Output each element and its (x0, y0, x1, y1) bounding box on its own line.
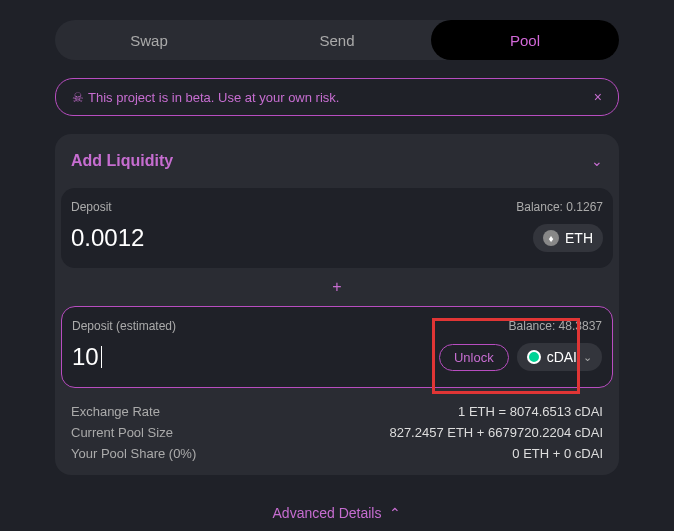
plus-icon: + (55, 268, 619, 306)
token-selector-cdai[interactable]: cDAI ⌄ (517, 343, 602, 371)
balance-2: Balance: 48.3837 (509, 319, 602, 333)
deposit-panel-2: Deposit (estimated) Balance: 48.3837 10 … (61, 306, 613, 388)
deposit-label: Deposit (71, 200, 112, 214)
chevron-down-icon: ⌄ (583, 351, 592, 364)
pool-size-value: 827.2457 ETH + 6679720.2204 cDAI (389, 425, 603, 440)
token-name-cdai: cDAI (547, 349, 577, 365)
tab-swap[interactable]: Swap (55, 20, 243, 60)
exchange-rate-value: 1 ETH = 8074.6513 cDAI (458, 404, 603, 419)
chevron-down-icon[interactable]: ⌄ (591, 153, 603, 169)
skull-icon: ☠ (72, 90, 84, 105)
token-selector-eth[interactable]: ♦ ETH (533, 224, 603, 252)
main-tabs: Swap Send Pool (55, 20, 619, 60)
amount-input-2[interactable]: 10 (72, 343, 102, 371)
card-title: Add Liquidity (71, 152, 173, 170)
exchange-rate-label: Exchange Rate (71, 404, 160, 419)
pool-share-value: 0 ETH + 0 cDAI (512, 446, 603, 461)
liquidity-card: Add Liquidity ⌄ Deposit Balance: 0.1267 … (55, 134, 619, 475)
tab-pool[interactable]: Pool (431, 20, 619, 60)
balance-1: Balance: 0.1267 (516, 200, 603, 214)
pool-stats: Exchange Rate1 ETH = 8074.6513 cDAI Curr… (55, 388, 619, 475)
pool-size-label: Current Pool Size (71, 425, 173, 440)
banner-text: This project is in beta. Use at your own… (88, 90, 339, 105)
cdai-icon (527, 350, 541, 364)
beta-banner: ☠ This project is in beta. Use at your o… (55, 78, 619, 116)
chevron-up-icon: ⌃ (389, 505, 401, 521)
amount-input-1[interactable]: 0.0012 (71, 224, 144, 252)
pool-share-label: Your Pool Share (0%) (71, 446, 196, 461)
deposit-panel-1: Deposit Balance: 0.1267 0.0012 ♦ ETH (61, 188, 613, 268)
tab-send[interactable]: Send (243, 20, 431, 60)
close-icon[interactable]: × (594, 89, 602, 105)
eth-icon: ♦ (543, 230, 559, 246)
unlock-button[interactable]: Unlock (439, 344, 509, 371)
advanced-details-toggle[interactable]: Advanced Details ⌃ (55, 475, 619, 521)
token-name-eth: ETH (565, 230, 593, 246)
deposit-estimated-label: Deposit (estimated) (72, 319, 176, 333)
